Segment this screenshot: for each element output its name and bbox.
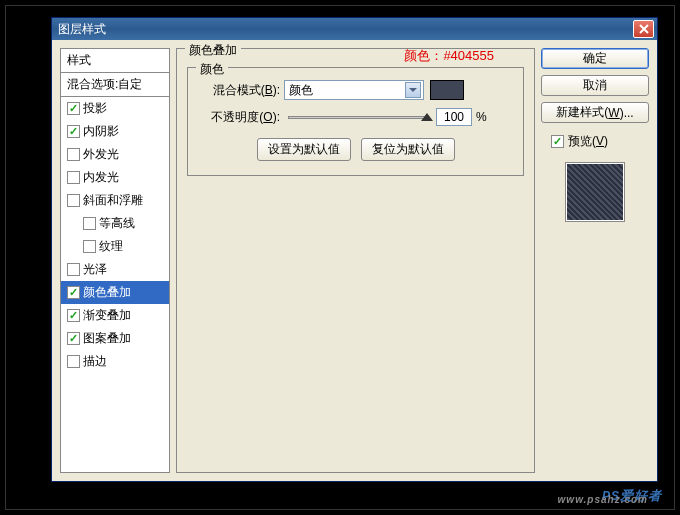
style-checkbox[interactable] [67, 332, 80, 345]
button-row: 设置为默认值 复位为默认值 [198, 138, 513, 161]
style-checkbox[interactable] [67, 355, 80, 368]
style-item-label: 等高线 [99, 215, 135, 232]
preview-thumbnail [565, 162, 625, 222]
style-checkbox[interactable] [67, 286, 80, 299]
ok-button[interactable]: 确定 [541, 48, 649, 69]
preview-label: 预览(V) [568, 133, 608, 150]
opacity-input[interactable] [436, 108, 472, 126]
style-item[interactable]: 描边 [61, 350, 169, 373]
style-item-label: 颜色叠加 [83, 284, 131, 301]
style-item-label: 图案叠加 [83, 330, 131, 347]
style-checkbox[interactable] [67, 309, 80, 322]
style-item[interactable]: 纹理 [61, 235, 169, 258]
style-checkbox[interactable] [83, 240, 96, 253]
style-checkbox[interactable] [67, 171, 80, 184]
reset-default-button[interactable]: 复位为默认值 [361, 138, 455, 161]
style-item-label: 纹理 [99, 238, 123, 255]
blend-mode-label: 混合模式(B): [198, 82, 280, 99]
opacity-row: 不透明度(O): % [198, 108, 513, 126]
style-item[interactable]: 图案叠加 [61, 327, 169, 350]
style-checkbox[interactable] [67, 148, 80, 161]
color-swatch[interactable] [430, 80, 464, 100]
opacity-unit: % [476, 110, 487, 124]
blend-mode-value: 颜色 [289, 82, 405, 99]
style-checkbox[interactable] [83, 217, 96, 230]
right-panel: 确定 取消 新建样式(W)... 预览(V) [541, 48, 649, 473]
watermark-url: www.psahz.com [558, 494, 648, 505]
style-item-label: 外发光 [83, 146, 119, 163]
dialog-title: 图层样式 [58, 21, 633, 38]
dialog-titlebar: 图层样式 [52, 18, 657, 40]
style-item-label: 斜面和浮雕 [83, 192, 143, 209]
style-item[interactable]: 内阴影 [61, 120, 169, 143]
style-item[interactable]: 内发光 [61, 166, 169, 189]
color-annotation: 颜色：#404555 [404, 47, 494, 65]
slider-thumb-icon [421, 113, 433, 121]
set-default-button[interactable]: 设置为默认值 [257, 138, 351, 161]
style-checkbox[interactable] [67, 102, 80, 115]
style-item[interactable]: 渐变叠加 [61, 304, 169, 327]
style-checkbox[interactable] [67, 194, 80, 207]
preview-checkbox[interactable] [551, 135, 564, 148]
color-fieldset: 颜色 混合模式(B): 颜色 不透明度(O): [187, 67, 524, 176]
blend-mode-row: 混合模式(B): 颜色 [198, 80, 513, 100]
style-item-label: 渐变叠加 [83, 307, 131, 324]
style-item-label: 内阴影 [83, 123, 119, 140]
style-item[interactable]: 光泽 [61, 258, 169, 281]
main-panel-title: 颜色叠加 [185, 42, 241, 59]
new-style-button[interactable]: 新建样式(W)... [541, 102, 649, 123]
style-item[interactable]: 颜色叠加 [61, 281, 169, 304]
style-item-label: 描边 [83, 353, 107, 370]
style-item[interactable]: 外发光 [61, 143, 169, 166]
fieldset-legend: 颜色 [196, 61, 228, 78]
close-icon [639, 24, 649, 34]
style-checkbox[interactable] [67, 263, 80, 276]
style-item[interactable]: 斜面和浮雕 [61, 189, 169, 212]
blend-options-header[interactable]: 混合选项:自定 [61, 73, 169, 97]
style-checkbox[interactable] [67, 125, 80, 138]
style-item-label: 光泽 [83, 261, 107, 278]
main-panel: 颜色叠加 颜色：#404555 颜色 混合模式(B): 颜色 [176, 48, 535, 473]
preview-checkbox-row[interactable]: 预览(V) [551, 133, 649, 150]
opacity-label: 不透明度(O): [198, 109, 280, 126]
style-item-label: 投影 [83, 100, 107, 117]
chevron-down-icon [405, 82, 421, 98]
watermark: PS爱好者 www.psahz.com [602, 482, 662, 505]
styles-header[interactable]: 样式 [61, 49, 169, 73]
style-item[interactable]: 等高线 [61, 212, 169, 235]
blend-mode-dropdown[interactable]: 颜色 [284, 80, 424, 100]
opacity-slider[interactable] [288, 116, 428, 119]
styles-list: 投影内阴影外发光内发光斜面和浮雕等高线纹理光泽颜色叠加渐变叠加图案叠加描边 [61, 97, 169, 472]
cancel-button[interactable]: 取消 [541, 75, 649, 96]
style-item[interactable]: 投影 [61, 97, 169, 120]
layer-style-dialog: 图层样式 样式 混合选项:自定 投影内阴影外发光内发光斜面和浮雕等高线纹理光泽颜… [51, 17, 658, 482]
styles-panel: 样式 混合选项:自定 投影内阴影外发光内发光斜面和浮雕等高线纹理光泽颜色叠加渐变… [60, 48, 170, 473]
close-button[interactable] [633, 20, 654, 38]
style-item-label: 内发光 [83, 169, 119, 186]
